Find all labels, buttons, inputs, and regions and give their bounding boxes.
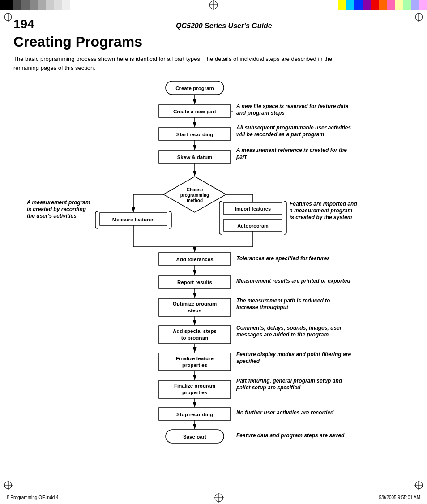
svg-text:Measure features: Measure features xyxy=(112,217,155,222)
svg-text:is created by the system: is created by the system xyxy=(290,214,352,220)
cs-red xyxy=(371,0,379,10)
gray5 xyxy=(46,0,54,10)
svg-text:Save part: Save part xyxy=(183,434,206,439)
svg-text:Start recording: Start recording xyxy=(176,132,213,137)
cs-lightpink xyxy=(419,0,427,10)
svg-text:Finalize feature: Finalize feature xyxy=(176,356,214,361)
gray7 xyxy=(62,0,70,10)
bottom-reg-mark xyxy=(214,493,224,503)
cs-cyan xyxy=(346,0,354,10)
cs-purple xyxy=(363,0,371,10)
bottom-bar: 8 Programming OE.indd 4 5/9/2005 9:55:01… xyxy=(0,491,427,504)
svg-text:part: part xyxy=(236,154,247,160)
svg-text:the user's activities: the user's activities xyxy=(27,213,77,219)
cs-yellow xyxy=(338,0,346,10)
svg-text:Create a new part: Create a new part xyxy=(173,109,216,114)
svg-text:Skew & datum: Skew & datum xyxy=(177,155,213,160)
cs-pink xyxy=(387,0,395,10)
cs-lightgreen xyxy=(403,0,411,10)
intro-text: The basic programming process shown here… xyxy=(13,55,349,72)
svg-text:Create program: Create program xyxy=(175,86,214,91)
page-header: 194 QC5200 Series User's Guide xyxy=(0,13,427,35)
top-center-reg xyxy=(209,0,218,10)
top-bar-left xyxy=(0,0,143,10)
svg-text:Add special steps: Add special steps xyxy=(173,328,217,334)
cs-orange xyxy=(379,0,387,10)
top-bar-right xyxy=(338,0,427,10)
svg-text:and program steps: and program steps xyxy=(236,110,285,116)
gray3 xyxy=(30,0,38,10)
svg-text:will be recorded as a part pro: will be recorded as a part program xyxy=(236,131,324,138)
svg-text:properties: properties xyxy=(182,390,207,395)
svg-text:Comments, delays, sounds, imag: Comments, delays, sounds, images, user xyxy=(236,325,342,331)
reg-mark-bottom-right xyxy=(414,481,423,491)
cs-lightyellow xyxy=(395,0,403,10)
svg-text:Stop recording: Stop recording xyxy=(176,412,213,417)
bottom-left-text: 8 Programming OE.indd 4 xyxy=(7,495,59,500)
bottom-center xyxy=(59,493,379,503)
chapter-title: Creating Programs xyxy=(13,34,414,50)
svg-text:Optimize program: Optimize program xyxy=(173,301,217,306)
black-block-1 xyxy=(0,0,13,10)
gray4 xyxy=(38,0,46,10)
main-content: Creating Programs The basic programming … xyxy=(13,34,414,486)
bottom-right-text: 5/9/2005 9:55:01 AM xyxy=(379,495,420,500)
svg-text:messages are added to the prog: messages are added to the program xyxy=(236,332,329,338)
svg-text:The measurement path is reduce: The measurement path is reduced to xyxy=(236,297,330,304)
svg-text:Choose: Choose xyxy=(187,187,203,192)
gray6 xyxy=(54,0,62,10)
svg-text:Report results: Report results xyxy=(177,280,212,285)
svg-text:Add tolerances: Add tolerances xyxy=(176,257,213,262)
svg-text:Import features: Import features xyxy=(235,206,271,211)
book-title: QC5200 Series User's Guide xyxy=(34,22,414,30)
svg-text:All subsequent programmable us: All subsequent programmable user activit… xyxy=(236,125,351,131)
page-number: 194 xyxy=(13,17,34,31)
svg-text:A new file space is reserved f: A new file space is reserved for feature… xyxy=(236,103,349,109)
top-bar xyxy=(0,0,427,10)
svg-text:to program: to program xyxy=(181,335,209,340)
flowchart-svg: Create program Create a new part Start r… xyxy=(13,81,398,466)
svg-text:Finalize program: Finalize program xyxy=(174,383,215,388)
reg-mark-top-right xyxy=(414,13,423,23)
svg-text:Feature display modes and poin: Feature display modes and point filterin… xyxy=(236,351,351,358)
cs-blue xyxy=(354,0,363,10)
svg-text:method: method xyxy=(187,198,203,203)
svg-text:a measurement program: a measurement program xyxy=(290,207,352,214)
svg-text:specified: specified xyxy=(236,358,260,364)
svg-text:Feature data and program steps: Feature data and program steps are saved xyxy=(236,432,345,439)
svg-text:properties: properties xyxy=(182,362,207,368)
gray1 xyxy=(13,0,21,10)
svg-text:Features are imported and: Features are imported and xyxy=(290,201,357,207)
gray2 xyxy=(21,0,30,10)
svg-text:steps: steps xyxy=(188,308,201,313)
svg-text:programming: programming xyxy=(180,193,209,198)
svg-text:Autoprogram: Autoprogram xyxy=(237,223,269,228)
svg-text:Measurement results are printe: Measurement results are printed or expor… xyxy=(236,278,350,284)
svg-text:A measurement program: A measurement program xyxy=(26,199,90,206)
reg-mark-bottom-left xyxy=(4,481,13,491)
flowchart: Create program Create a new part Start r… xyxy=(13,81,414,466)
cs-lightblue xyxy=(411,0,419,10)
svg-text:increase throughput: increase throughput xyxy=(236,304,289,310)
gray-blocks xyxy=(13,0,70,10)
svg-text:Part fixturing, general progra: Part fixturing, general program setup an… xyxy=(236,378,342,384)
svg-text:pallet setup are specified: pallet setup are specified xyxy=(236,384,301,391)
svg-text:A measurement reference is cre: A measurement reference is created for t… xyxy=(236,147,347,153)
svg-text:No further user activities are: No further user activities are recorded xyxy=(236,409,334,416)
reg-mark-top-left xyxy=(4,13,13,23)
svg-text:Tolerances are specified for f: Tolerances are specified for features xyxy=(236,255,330,262)
svg-text:is created by recording: is created by recording xyxy=(27,206,86,212)
